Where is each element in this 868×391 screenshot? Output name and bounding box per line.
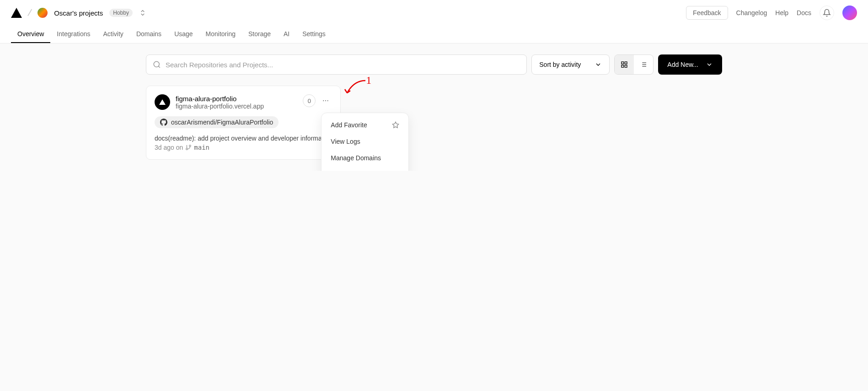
tab-ai[interactable]: AI	[277, 26, 296, 43]
dropdown-view-logs[interactable]: View Logs	[325, 133, 405, 150]
project-card[interactable]: figma-alura-portfolio figma-alura-portfo…	[146, 86, 341, 160]
dropdown-item-label: View Logs	[331, 138, 360, 145]
dropdown-transfer-project[interactable]: Transfer Project	[325, 166, 405, 171]
tab-monitoring[interactable]: Monitoring	[199, 26, 242, 43]
add-new-label: Add New...	[667, 61, 698, 68]
dropdown-add-favorite[interactable]: Add Favorite	[325, 117, 405, 133]
svg-marker-18	[393, 122, 399, 128]
project-grid: figma-alura-portfolio figma-alura-portfo…	[146, 86, 722, 160]
user-avatar[interactable]	[842, 5, 857, 20]
grid-view-button[interactable]	[615, 55, 634, 74]
star-icon	[392, 121, 399, 129]
main-content: Sort by activity Add New...	[109, 43, 759, 171]
repo-chip[interactable]: oscarArismendi/FigmaAluraPortfolio	[155, 116, 279, 128]
breadcrumb: / Oscar's projects Hobby	[11, 7, 146, 19]
tab-domains[interactable]: Domains	[130, 26, 168, 43]
triangle-icon	[159, 99, 166, 105]
commit-meta: 3d ago on main	[155, 144, 332, 151]
changelog-link[interactable]: Changelog	[736, 9, 767, 16]
search-box[interactable]	[146, 54, 527, 75]
commit-message: docs(readme): add project overview and d…	[155, 135, 332, 142]
chevron-down-icon	[595, 61, 602, 68]
more-actions-button[interactable]	[319, 94, 332, 107]
list-icon	[640, 61, 647, 68]
tab-settings[interactable]: Settings	[296, 26, 332, 43]
toolbar: Sort by activity Add New...	[146, 54, 722, 75]
tab-integrations[interactable]: Integrations	[50, 26, 96, 43]
list-view-button[interactable]	[634, 55, 653, 74]
sort-label: Sort by activity	[539, 61, 581, 68]
repo-name: oscarArismendi/FigmaAluraPortfolio	[171, 119, 273, 126]
svg-point-14	[327, 100, 328, 101]
svg-rect-3	[625, 62, 627, 64]
plan-badge: Hobby	[109, 9, 133, 17]
team-avatar-icon[interactable]	[38, 8, 48, 18]
svg-point-17	[186, 148, 188, 150]
card-actions: 0	[303, 94, 332, 107]
dropdown-item-label: Manage Domains	[331, 154, 381, 162]
tab-activity[interactable]: Activity	[97, 26, 130, 43]
chevron-down-icon	[706, 61, 713, 68]
view-toggle	[614, 54, 654, 75]
svg-point-16	[189, 145, 191, 147]
search-icon	[153, 60, 161, 69]
project-actions-dropdown: Add Favorite View Logs Manage Domains Tr…	[321, 113, 409, 171]
project-url[interactable]: figma-alura-portfolio.vercel.app	[176, 103, 264, 110]
bell-icon	[823, 9, 831, 17]
header-top-row: / Oscar's projects Hobby Feedback Change…	[0, 0, 868, 26]
add-new-button[interactable]: Add New...	[658, 54, 722, 75]
tab-overview[interactable]: Overview	[11, 26, 50, 43]
card-header: figma-alura-portfolio figma-alura-portfo…	[155, 94, 332, 110]
svg-rect-5	[622, 65, 624, 67]
tab-usage[interactable]: Usage	[168, 26, 199, 43]
git-branch-icon	[185, 144, 192, 151]
nav-tabs: Overview Integrations Activity Domains U…	[0, 26, 868, 43]
svg-point-12	[323, 100, 324, 101]
svg-line-1	[158, 66, 160, 67]
arrow-icon	[340, 77, 372, 100]
svg-point-13	[325, 100, 326, 101]
more-horizontal-icon	[322, 97, 329, 104]
grid-icon	[621, 61, 628, 68]
github-icon	[160, 119, 167, 126]
vercel-logo-icon[interactable]	[11, 8, 22, 18]
team-name[interactable]: Oscar's projects	[54, 9, 103, 17]
dropdown-item-label: Add Favorite	[331, 121, 367, 129]
sort-button[interactable]: Sort by activity	[531, 54, 610, 75]
dropdown-manage-domains[interactable]: Manage Domains	[325, 150, 405, 166]
commit-age: 3d ago on	[155, 144, 183, 151]
card-title-row: figma-alura-portfolio figma-alura-portfo…	[155, 94, 264, 110]
feedback-button[interactable]: Feedback	[686, 6, 728, 20]
notifications-button[interactable]	[820, 5, 834, 20]
svg-rect-2	[622, 62, 624, 64]
tab-storage[interactable]: Storage	[242, 26, 277, 43]
docs-link[interactable]: Docs	[797, 9, 811, 16]
team-switcher-icon[interactable]	[139, 9, 146, 16]
branch-name: main	[194, 144, 209, 151]
svg-rect-4	[625, 65, 627, 67]
annotation-one: 1	[340, 77, 372, 100]
search-input[interactable]	[166, 61, 520, 69]
help-link[interactable]: Help	[775, 9, 788, 16]
slash-icon: /	[27, 7, 33, 19]
header-actions: Feedback Changelog Help Docs	[686, 5, 857, 20]
app-header: / Oscar's projects Hobby Feedback Change…	[0, 0, 868, 43]
activity-count-badge[interactable]: 0	[303, 94, 316, 107]
project-name[interactable]: figma-alura-portfolio	[176, 95, 264, 103]
project-icon	[155, 94, 170, 110]
svg-point-0	[154, 61, 159, 67]
